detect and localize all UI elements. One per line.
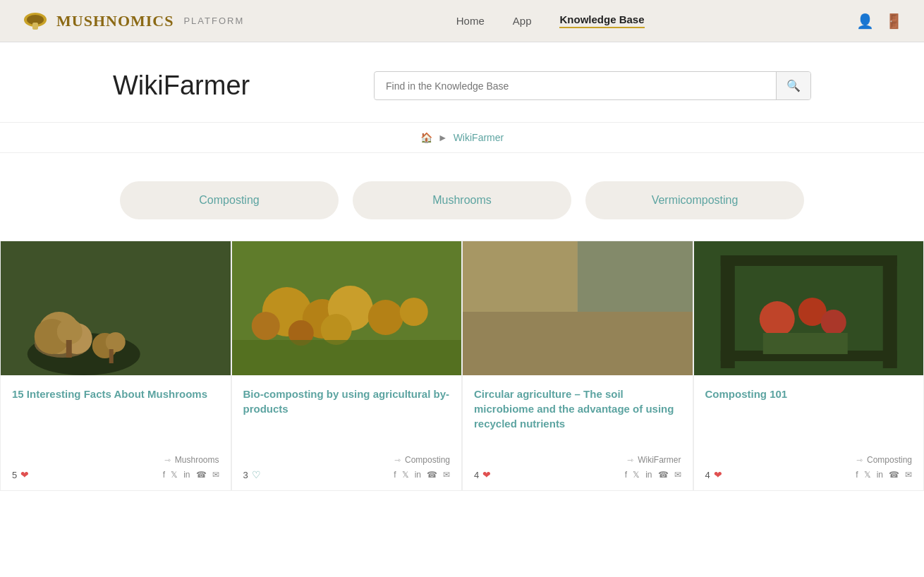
breadcrumb-home[interactable]: 🏠 [420, 132, 432, 143]
category-mushrooms[interactable]: Mushrooms [353, 181, 571, 219]
twitter-icon-4[interactable]: 𝕏 [864, 470, 871, 480]
card-3-likes-count: 4 [474, 470, 479, 480]
card-4-tag: ⇾ Composting [705, 455, 913, 465]
linkedin-icon-4[interactable]: in [877, 470, 883, 480]
cards-grid: 15 Interesting Facts About Mushrooms ⇾ M… [0, 241, 924, 491]
card-4: Composting 101 ⇾ Composting 4 ❤ f 𝕏 in ☎… [693, 241, 925, 491]
twitter-icon-2[interactable]: 𝕏 [402, 470, 409, 480]
card-2-image [232, 241, 462, 375]
svg-rect-40 [694, 241, 924, 375]
whatsapp-icon[interactable]: ☎ [196, 470, 207, 480]
whatsapp-icon-2[interactable]: ☎ [427, 470, 437, 480]
twitter-icon[interactable]: 𝕏 [171, 470, 178, 480]
tag-grid-icon: ⇾ [164, 456, 171, 465]
category-composting[interactable]: Composting [120, 181, 339, 219]
card-1-bottom: 5 ❤ f 𝕏 in ☎ ✉ [12, 469, 219, 480]
email-icon-4[interactable]: ✉ [905, 470, 912, 480]
facebook-icon[interactable]: f [163, 470, 165, 480]
card-4-footer: ⇾ Composting 4 ❤ f 𝕏 in ☎ ✉ [694, 449, 924, 490]
card-1: 15 Interesting Facts About Mushrooms ⇾ M… [0, 241, 231, 491]
card-4-likes-count: 4 [705, 470, 710, 480]
card-4-likes: 4 ❤ [705, 469, 722, 480]
card-4-heart[interactable]: ❤ [714, 469, 722, 480]
email-icon-2[interactable]: ✉ [443, 470, 450, 480]
card-3-content: Circular agriculture – The soil microbio… [463, 375, 693, 449]
linkedin-icon-2[interactable]: in [415, 470, 421, 480]
card-4-title[interactable]: Composting 101 [705, 387, 913, 401]
email-icon-3[interactable]: ✉ [674, 470, 681, 480]
card-3-image [463, 241, 693, 375]
tag-grid-icon-4: ⇾ [856, 456, 863, 465]
header-left: MUSHNOMICS PLATFORM [21, 7, 244, 35]
card-1-footer: ⇾ Mushrooms 5 ❤ f 𝕏 in ☎ ✉ [1, 449, 231, 490]
logo-icon [21, 7, 49, 35]
platform-label: PLATFORM [183, 16, 244, 26]
breadcrumb-current: WikiFarmer [454, 132, 504, 143]
card-4-tag-label: Composting [867, 455, 912, 465]
tag-grid-icon-2: ⇾ [394, 456, 401, 465]
card-2-bottom: 3 ♡ f 𝕏 in ☎ ✉ [243, 469, 451, 480]
whatsapp-icon-3[interactable]: ☎ [658, 470, 669, 480]
card-3-social: f 𝕏 in ☎ ✉ [625, 470, 681, 480]
card-2-content: Bio-composting by using agricultural by-… [232, 375, 462, 449]
card-4-social: f 𝕏 in ☎ ✉ [856, 470, 912, 480]
breadcrumb: 🏠 ► WikiFarmer [420, 132, 504, 143]
title-section: WikiFarmer 🔍 [0, 42, 924, 122]
card-1-heart[interactable]: ❤ [20, 469, 29, 480]
breadcrumb-section: 🏠 ► WikiFarmer [0, 122, 924, 153]
user-icon[interactable]: 👤 [856, 13, 874, 30]
nav-home[interactable]: Home [456, 15, 485, 27]
card-1-tag: ⇾ Mushrooms [12, 455, 219, 465]
search-bar: 🔍 [374, 71, 811, 100]
tag-grid-icon-3: ⇾ [627, 456, 633, 465]
svg-rect-25 [232, 241, 462, 375]
whatsapp-icon-4[interactable]: ☎ [889, 470, 899, 480]
login-icon[interactable]: 🚪 [885, 13, 903, 30]
search-button[interactable]: 🔍 [776, 72, 810, 99]
card-2-heart[interactable]: ♡ [252, 469, 261, 480]
card-3-tag-label: WikiFarmer [638, 455, 681, 465]
header-nav: Home App Knowledge Base [456, 13, 645, 28]
card-3-footer: ⇾ WikiFarmer 4 ❤ f 𝕏 in ☎ ✉ [463, 449, 693, 490]
category-vermicomposting[interactable]: Vermicomposting [585, 181, 804, 219]
card-1-likes: 5 ❤ [12, 469, 29, 480]
nav-app[interactable]: App [513, 15, 532, 27]
breadcrumb-separator: ► [438, 132, 448, 143]
card-3-likes: 4 ❤ [474, 469, 491, 480]
card-1-content: 15 Interesting Facts About Mushrooms [1, 375, 231, 449]
facebook-icon-3[interactable]: f [625, 470, 627, 480]
page-title: WikiFarmer [113, 71, 250, 101]
card-2-likes: 3 ♡ [243, 469, 261, 480]
categories-section: Composting Mushrooms Vermicomposting [0, 153, 924, 241]
card-2-title[interactable]: Bio-composting by using agricultural by-… [243, 387, 451, 416]
facebook-icon-4[interactable]: f [856, 470, 858, 480]
linkedin-icon-3[interactable]: in [645, 470, 652, 480]
svg-rect-2 [32, 23, 38, 30]
search-input[interactable] [375, 73, 776, 99]
nav-knowledge-base[interactable]: Knowledge Base [559, 13, 644, 28]
header: MUSHNOMICS PLATFORM Home App Knowledge B… [0, 0, 924, 42]
card-2-footer: ⇾ Composting 3 ♡ f 𝕏 in ☎ ✉ [232, 449, 462, 490]
card-1-tag-label: Mushrooms [175, 455, 219, 465]
card-1-image [1, 241, 231, 375]
card-3-bottom: 4 ❤ f 𝕏 in ☎ ✉ [474, 469, 681, 480]
svg-rect-14 [1, 241, 231, 375]
card-1-likes-count: 5 [12, 470, 17, 480]
card-2-likes-count: 3 [243, 470, 248, 480]
twitter-icon-3[interactable]: 𝕏 [633, 470, 640, 480]
card-3-tag: ⇾ WikiFarmer [474, 455, 681, 465]
facebook-icon-2[interactable]: f [394, 470, 396, 480]
card-2: Bio-composting by using agricultural by-… [231, 241, 463, 491]
search-icon: 🔍 [786, 80, 801, 92]
email-icon[interactable]: ✉ [212, 470, 219, 480]
logo-text: MUSHNOMICS [56, 12, 174, 30]
card-3-heart[interactable]: ❤ [482, 469, 491, 480]
card-3-title[interactable]: Circular agriculture – The soil microbio… [474, 387, 681, 431]
linkedin-icon[interactable]: in [183, 470, 190, 480]
card-2-social: f 𝕏 in ☎ ✉ [394, 470, 450, 480]
header-right: 👤 🚪 [856, 13, 903, 30]
card-2-tag: ⇾ Composting [243, 455, 451, 465]
card-1-title[interactable]: 15 Interesting Facts About Mushrooms [12, 387, 219, 401]
card-3: Circular agriculture – The soil microbio… [462, 241, 693, 491]
card-4-content: Composting 101 [694, 375, 924, 449]
